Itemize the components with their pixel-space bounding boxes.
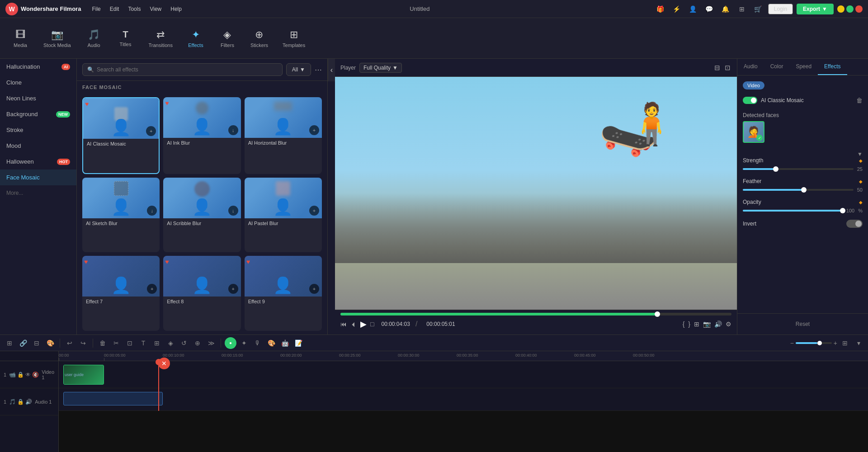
effect-card-ai-classic-mosaic[interactable]: 👤 ♥ + AI Classic Mosaic xyxy=(82,97,160,174)
tl-grid-btn[interactable]: ⊞ xyxy=(839,337,851,349)
menu-tools[interactable]: Tools xyxy=(124,4,144,14)
add-effect-button-7[interactable]: + xyxy=(147,284,157,294)
frame-back-icon[interactable]: ⏴ xyxy=(350,320,357,328)
keyframe-start-icon[interactable]: { xyxy=(683,320,685,328)
timeline-playhead[interactable] xyxy=(158,361,159,411)
strength-knob[interactable] xyxy=(773,166,778,172)
menu-view[interactable]: View xyxy=(146,4,165,14)
maximize-button[interactable] xyxy=(846,5,854,13)
menu-file[interactable]: File xyxy=(88,4,104,14)
effect-card-9[interactable]: ♥ 👤 + Effect 9 xyxy=(245,256,322,331)
effect-card-ai-scribble-blur[interactable]: 👤 ↓ AI Scribble Blur xyxy=(163,178,241,253)
effect-toggle-switch[interactable] xyxy=(743,97,757,104)
sidebar-item-more[interactable]: More... xyxy=(0,185,76,201)
sidebar-item-background[interactable]: Background NEW xyxy=(0,106,76,122)
add-effect-button-8[interactable]: + xyxy=(228,284,238,294)
delete-effect-icon[interactable]: 🗑 xyxy=(856,97,863,104)
track-mute-icon[interactable]: 🔇 xyxy=(32,372,39,378)
tl-effects2-btn[interactable]: ✦ xyxy=(238,337,250,349)
sidebar-collapse-button[interactable]: ‹ xyxy=(328,59,335,81)
tl-stabilize-btn[interactable]: ⊕ xyxy=(192,337,203,349)
snapshot-icon[interactable]: 📷 xyxy=(703,320,711,328)
track-lock-icon[interactable]: 🔒 xyxy=(17,372,24,378)
add-effect-button-3[interactable]: + xyxy=(309,125,319,135)
sidebar-item-neon-lines[interactable]: Neon Lines xyxy=(0,90,76,106)
split-view-icon[interactable]: ⊟ xyxy=(713,63,721,73)
tl-delete-btn[interactable]: 🗑 xyxy=(97,337,108,349)
bell-icon[interactable]: 🔔 xyxy=(719,3,732,15)
more-faces-arrow[interactable]: ▼ xyxy=(857,151,863,157)
zoom-out-icon[interactable]: − xyxy=(790,339,794,347)
tl-color2-btn[interactable]: ◈ xyxy=(165,337,176,349)
tl-crop2-btn[interactable]: ⊞ xyxy=(151,337,163,349)
fullscreen-icon[interactable]: ⊡ xyxy=(724,63,731,73)
track-lock2-icon[interactable]: 🔒 xyxy=(17,399,24,405)
tab-color[interactable]: Color xyxy=(764,59,790,75)
more-options-button[interactable]: ⋯ xyxy=(315,66,322,74)
feather-keyframe-icon[interactable]: ◆ xyxy=(859,179,863,184)
add-effect-button[interactable]: + xyxy=(146,126,156,136)
tool-media[interactable]: 🎞 Media xyxy=(5,25,36,52)
tab-effects[interactable]: Effects xyxy=(818,59,847,75)
strength-track[interactable] xyxy=(743,168,854,170)
add-effect-button-6[interactable]: + xyxy=(309,206,319,216)
tool-templates[interactable]: ⊞ Templates xyxy=(275,25,312,52)
sidebar-item-halloween[interactable]: Halloween HOT xyxy=(0,154,76,170)
audio-clip-1[interactable] xyxy=(63,392,163,405)
tl-more2-btn[interactable]: ▾ xyxy=(853,337,864,349)
menu-help[interactable]: Help xyxy=(167,4,185,14)
progress-knob[interactable] xyxy=(655,311,660,317)
tl-ai-btn[interactable]: 🤖 xyxy=(279,337,291,349)
track-audio-icon[interactable]: 🎵 xyxy=(9,399,16,405)
timeline-scroll[interactable]: 00:00 00:00:05:00 00:00:10:00 00:00:15:0… xyxy=(59,351,868,452)
user-circle-icon[interactable]: 👤 xyxy=(687,3,699,15)
tool-effects[interactable]: ✦ Effects xyxy=(180,25,212,52)
close-button[interactable] xyxy=(855,5,863,13)
tl-split-btn[interactable]: ✂ xyxy=(110,337,122,349)
strength-keyframe-icon[interactable]: ◆ xyxy=(859,158,863,163)
tl-text-btn[interactable]: T xyxy=(137,337,149,349)
effect-card-8[interactable]: ♥ 👤 + Effect 8 xyxy=(163,256,241,331)
download-effect-button-5[interactable]: ↓ xyxy=(228,206,238,216)
video-clip-1[interactable]: user guide xyxy=(63,365,104,385)
opacity-keyframe-icon[interactable]: ◆ xyxy=(859,200,863,205)
tab-speed[interactable]: Speed xyxy=(789,59,818,75)
tool-stickers[interactable]: ⊕ Stickers xyxy=(243,25,275,52)
effect-card-ai-ink-blur[interactable]: 👤 ♥ ↓ AI Ink Blur xyxy=(163,97,241,174)
tool-stock-media[interactable]: 📷 Stock Media xyxy=(36,25,78,52)
export-button[interactable]: Export ▼ xyxy=(797,4,834,14)
tl-subtitle-btn[interactable]: 📝 xyxy=(292,337,304,349)
effect-card-ai-horizontal-blur[interactable]: 👤 + AI Horizontal Blur xyxy=(245,97,322,174)
lightning-icon[interactable]: ⚡ xyxy=(670,3,683,15)
invert-toggle[interactable] xyxy=(846,220,863,228)
tool-audio[interactable]: 🎵 Audio xyxy=(78,25,110,52)
zoom-knob[interactable] xyxy=(817,341,822,345)
opacity-track[interactable] xyxy=(743,210,843,212)
tl-record-btn[interactable]: ● xyxy=(225,337,236,349)
settings-icon[interactable]: ⚙ xyxy=(726,320,731,328)
tl-more-btn[interactable]: ≫ xyxy=(205,337,217,349)
minimize-button[interactable] xyxy=(837,5,844,13)
effect-card-ai-sketch-blur[interactable]: 👤 ↓ AI Sketch Blur xyxy=(82,178,160,253)
effect-card-7[interactable]: ♥ 👤 + Effect 7 xyxy=(82,256,160,331)
quality-select[interactable]: Full Quality ▼ xyxy=(359,63,402,73)
tool-filters[interactable]: ◈ Filters xyxy=(212,25,243,52)
speech-icon[interactable]: 💬 xyxy=(703,3,716,15)
tab-audio[interactable]: Audio xyxy=(737,59,764,75)
tl-split-audio-btn[interactable]: ⊟ xyxy=(31,337,42,349)
skip-back-icon[interactable]: ⏮ xyxy=(340,320,347,328)
feather-track[interactable] xyxy=(743,189,854,191)
tl-color-btn[interactable]: 🎨 xyxy=(44,337,56,349)
cut-marker[interactable]: ✕ xyxy=(158,358,170,369)
cart-icon[interactable]: 🛒 xyxy=(752,3,764,15)
grid-icon[interactable]: ⊞ xyxy=(736,3,748,15)
download-effect-button-4[interactable]: ↓ xyxy=(147,206,157,216)
track-vol-icon[interactable]: 🔊 xyxy=(25,399,32,405)
track-video-icon[interactable]: 📹 xyxy=(9,372,16,378)
progress-bar[interactable] xyxy=(340,313,731,315)
volume-icon[interactable]: 🔊 xyxy=(714,320,722,328)
loop-icon[interactable]: □ xyxy=(370,320,374,328)
add-to-timeline-icon[interactable]: ⊞ xyxy=(694,320,699,328)
tl-add-track-btn[interactable]: ⊞ xyxy=(4,337,15,349)
add-effect-button-9[interactable]: + xyxy=(309,284,319,294)
